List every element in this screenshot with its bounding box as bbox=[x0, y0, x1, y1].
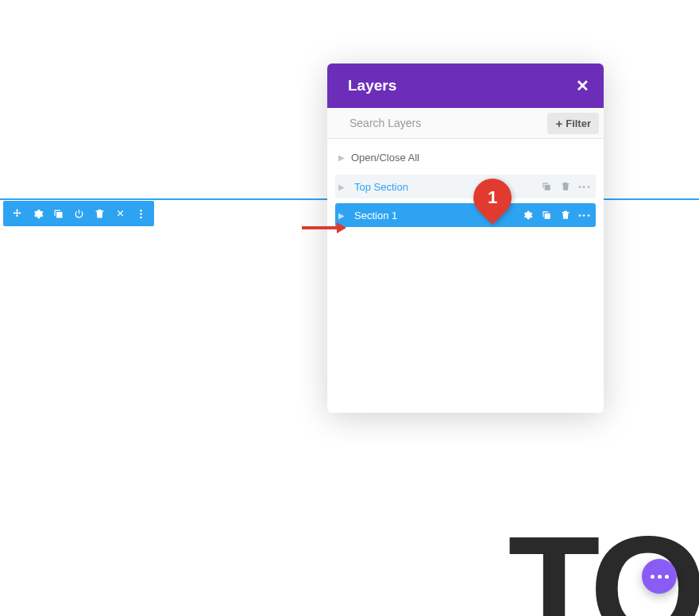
annotation-arrow bbox=[302, 222, 346, 233]
more-icon[interactable] bbox=[130, 201, 151, 226]
close-icon[interactable] bbox=[110, 201, 130, 226]
close-panel-icon[interactable]: ✕ bbox=[576, 78, 589, 94]
duplicate-icon[interactable] bbox=[48, 201, 68, 226]
svg-point-0 bbox=[140, 209, 142, 211]
duplicate-icon[interactable] bbox=[541, 210, 552, 221]
step-number: 1 bbox=[488, 187, 497, 208]
triangle-icon: ▶ bbox=[338, 153, 345, 162]
gear-icon[interactable] bbox=[522, 210, 533, 221]
svg-point-2 bbox=[140, 216, 142, 218]
search-input[interactable] bbox=[348, 116, 547, 130]
more-icon[interactable]: ⋮ bbox=[579, 210, 591, 221]
dot-icon bbox=[658, 575, 662, 579]
triangle-icon: ▶ bbox=[338, 183, 345, 191]
row-actions: ⋮ bbox=[541, 181, 591, 193]
panel-title: Layers bbox=[348, 77, 396, 94]
row-actions: ⋮ bbox=[522, 210, 591, 221]
duplicate-icon[interactable] bbox=[541, 181, 552, 192]
more-icon[interactable]: ⋮ bbox=[579, 181, 591, 193]
filter-label: Filter bbox=[566, 117, 591, 129]
layer-list: ▶ Open/Close All ▶ Top Section ⋮ ▶ Secti… bbox=[327, 139, 604, 413]
plus-icon: + bbox=[555, 117, 562, 129]
trash-icon[interactable] bbox=[560, 210, 571, 221]
search-row: + Filter bbox=[327, 108, 604, 139]
open-close-all[interactable]: ▶ Open/Close All bbox=[335, 145, 596, 175]
layers-panel: Layers ✕ + Filter ▶ Open/Close All ▶ Top… bbox=[327, 64, 604, 413]
dot-icon bbox=[651, 575, 655, 579]
dot-icon bbox=[665, 575, 669, 579]
panel-header[interactable]: Layers ✕ bbox=[327, 64, 604, 108]
layer-row-top-section[interactable]: ▶ Top Section ⋮ bbox=[335, 175, 596, 198]
move-icon[interactable] bbox=[6, 201, 27, 226]
trash-icon[interactable] bbox=[560, 181, 571, 192]
gear-icon[interactable] bbox=[27, 201, 48, 226]
layer-row-section-1[interactable]: ▶ Section 1 ⋮ bbox=[335, 203, 596, 227]
trash-icon[interactable] bbox=[89, 201, 110, 226]
power-icon[interactable] bbox=[68, 201, 89, 226]
triangle-icon: ▶ bbox=[338, 211, 345, 220]
section-toolbar bbox=[3, 201, 154, 226]
svg-point-1 bbox=[140, 213, 142, 215]
open-close-label: Open/Close All bbox=[351, 152, 419, 164]
chat-fab-button[interactable] bbox=[642, 559, 677, 594]
filter-button[interactable]: + Filter bbox=[547, 113, 599, 134]
